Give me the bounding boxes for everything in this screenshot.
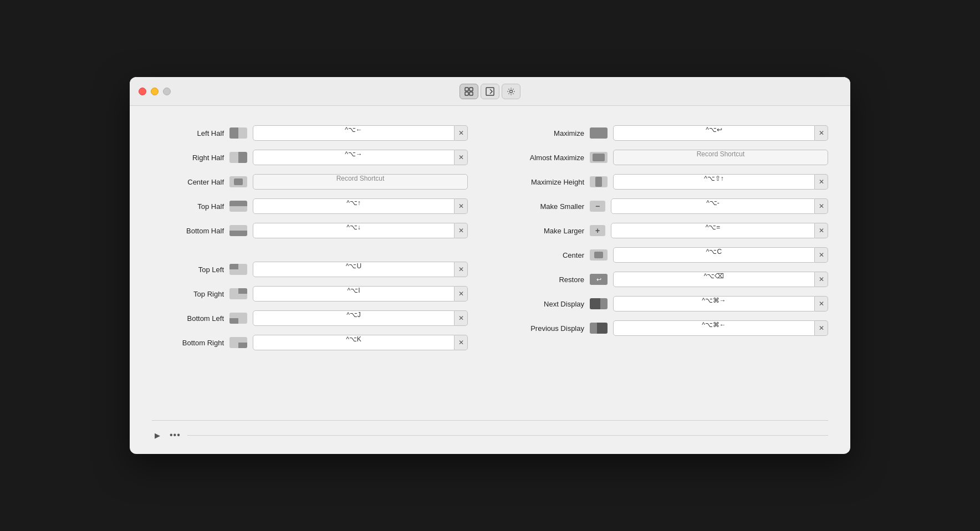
center-row: Center ^⌥C ✕ xyxy=(512,246,828,264)
toolbar xyxy=(460,84,520,99)
next-display-clear[interactable]: ✕ xyxy=(815,296,828,312)
maximize-input[interactable]: ^⌥↩ xyxy=(613,125,815,141)
top-right-label: Top Right xyxy=(152,290,224,298)
maximize-clear[interactable]: ✕ xyxy=(815,125,828,141)
maximize-height-input[interactable]: ^⌥⇧↑ xyxy=(613,174,815,190)
shortcuts-container: Left Half ^⌥← ✕ Right Half ^⌥→ ✕ xyxy=(152,124,828,420)
restore-row: Restore ↩ ^⌥⌫ ✕ xyxy=(512,270,828,289)
svg-rect-1 xyxy=(469,88,473,91)
top-left-input[interactable]: ^⌥U xyxy=(253,262,455,277)
center-input[interactable]: ^⌥C xyxy=(613,247,815,263)
top-right-input[interactable]: ^⌥I xyxy=(253,286,455,302)
minimize-button[interactable] xyxy=(151,88,159,95)
right-half-field: ^⌥→ ✕ xyxy=(253,150,468,165)
top-left-label: Top Left xyxy=(152,266,224,274)
bottom-left-clear[interactable]: ✕ xyxy=(455,310,468,326)
almost-maximize-input[interactable]: Record Shortcut xyxy=(613,150,828,165)
next-display-field: ^⌥⌘→ ✕ xyxy=(613,296,828,312)
bottom-bar: ▶ ••• xyxy=(152,420,828,441)
almost-maximize-icon xyxy=(590,152,608,163)
top-half-row: Top Half ^⌥↑ ✕ xyxy=(152,197,468,216)
right-half-label: Right Half xyxy=(152,154,224,162)
prev-display-clear[interactable]: ✕ xyxy=(815,320,828,336)
top-right-clear[interactable]: ✕ xyxy=(455,286,468,302)
bottom-left-input[interactable]: ^⌥J xyxy=(253,310,455,326)
maximize-height-row: Maximize Height ^⌥⇧↑ ✕ xyxy=(512,172,828,191)
bottom-right-input[interactable]: ^⌥K xyxy=(253,335,455,350)
next-display-input[interactable]: ^⌥⌘→ xyxy=(613,296,815,312)
left-half-row: Left Half ^⌥← ✕ xyxy=(152,124,468,142)
spacer xyxy=(152,246,468,254)
make-smaller-clear[interactable]: ✕ xyxy=(815,198,828,214)
titlebar xyxy=(130,77,850,106)
top-left-icon xyxy=(229,264,247,275)
left-half-clear[interactable]: ✕ xyxy=(455,125,468,141)
top-half-icon xyxy=(229,201,247,212)
right-half-icon xyxy=(229,152,247,163)
prev-display-input[interactable]: ^⌥⌘← xyxy=(613,320,815,336)
make-larger-input[interactable]: ^⌥= xyxy=(611,223,815,238)
center-half-label: Center Half xyxy=(152,178,224,186)
center-half-input[interactable]: Record Shortcut xyxy=(253,174,468,190)
maximize-field: ^⌥↩ ✕ xyxy=(613,125,828,141)
make-smaller-label: Make Smaller xyxy=(512,202,584,211)
bottom-half-clear[interactable]: ✕ xyxy=(455,223,468,238)
next-display-icon xyxy=(590,298,608,309)
center-half-row: Center Half Record Shortcut xyxy=(152,172,468,191)
bottom-right-icon xyxy=(229,337,247,348)
make-larger-clear[interactable]: ✕ xyxy=(815,223,828,238)
top-left-clear[interactable]: ✕ xyxy=(455,262,468,277)
center-clear[interactable]: ✕ xyxy=(815,247,828,263)
top-half-label: Top Half xyxy=(152,202,224,211)
top-half-field: ^⌥↑ ✕ xyxy=(253,198,468,214)
snap-view-button[interactable] xyxy=(481,84,499,99)
almost-maximize-row: Almost Maximize Record Shortcut xyxy=(512,148,828,167)
prev-display-field: ^⌥⌘← ✕ xyxy=(613,320,828,336)
right-half-clear[interactable]: ✕ xyxy=(455,150,468,165)
make-larger-icon: + xyxy=(590,225,605,236)
prev-display-label: Previous Display xyxy=(512,324,584,333)
make-larger-field: ^⌥= ✕ xyxy=(611,223,828,238)
make-smaller-input[interactable]: ^⌥- xyxy=(611,198,815,214)
bottom-left-field: ^⌥J ✕ xyxy=(253,310,468,326)
left-half-label: Left Half xyxy=(152,129,224,137)
maximize-row: Maximize ^⌥↩ ✕ xyxy=(512,124,828,142)
right-half-row: Right Half ^⌥→ ✕ xyxy=(152,148,468,167)
top-half-input[interactable]: ^⌥↑ xyxy=(253,198,455,214)
maximize-icon xyxy=(590,127,608,139)
make-smaller-field: ^⌥- ✕ xyxy=(611,198,828,214)
right-half-input[interactable]: ^⌥→ xyxy=(253,150,455,165)
maximize-height-icon xyxy=(590,176,608,187)
bottom-half-input[interactable]: ^⌥↓ xyxy=(253,223,455,238)
restore-clear[interactable]: ✕ xyxy=(815,272,828,287)
center-icon xyxy=(590,249,608,261)
shortcuts-view-button[interactable] xyxy=(460,84,478,99)
top-half-clear[interactable]: ✕ xyxy=(455,198,468,214)
top-left-field: ^⌥U ✕ xyxy=(253,262,468,277)
settings-button[interactable] xyxy=(502,84,520,99)
top-right-field: ^⌥I ✕ xyxy=(253,286,468,302)
left-column: Left Half ^⌥← ✕ Right Half ^⌥→ ✕ xyxy=(152,124,468,420)
more-options-button[interactable]: ••• xyxy=(170,430,181,440)
traffic-lights xyxy=(139,88,171,95)
maximize-height-field: ^⌥⇧↑ ✕ xyxy=(613,174,828,190)
make-smaller-row: Make Smaller − ^⌥- ✕ xyxy=(512,197,828,216)
center-field: ^⌥C ✕ xyxy=(613,247,828,263)
left-half-icon xyxy=(229,127,247,139)
maximize-height-clear[interactable]: ✕ xyxy=(815,174,828,190)
play-button[interactable]: ▶ xyxy=(152,430,163,441)
bottom-right-field: ^⌥K ✕ xyxy=(253,335,468,350)
fullscreen-button[interactable] xyxy=(163,88,171,95)
bottom-right-label: Bottom Right xyxy=(152,339,224,347)
restore-label: Restore xyxy=(512,275,584,284)
left-half-input[interactable]: ^⌥← xyxy=(253,125,455,141)
bottom-left-label: Bottom Left xyxy=(152,314,224,323)
bottom-right-clear[interactable]: ✕ xyxy=(455,335,468,350)
next-display-row: Next Display ^⌥⌘→ ✕ xyxy=(512,294,828,313)
bottom-left-row: Bottom Left ^⌥J ✕ xyxy=(152,309,468,328)
close-button[interactable] xyxy=(139,88,146,95)
bottom-half-field: ^⌥↓ ✕ xyxy=(253,223,468,238)
restore-input[interactable]: ^⌥⌫ xyxy=(613,272,815,287)
right-column: Maximize ^⌥↩ ✕ Almost Maximize Record Sh… xyxy=(512,124,828,420)
top-right-icon xyxy=(229,288,247,299)
